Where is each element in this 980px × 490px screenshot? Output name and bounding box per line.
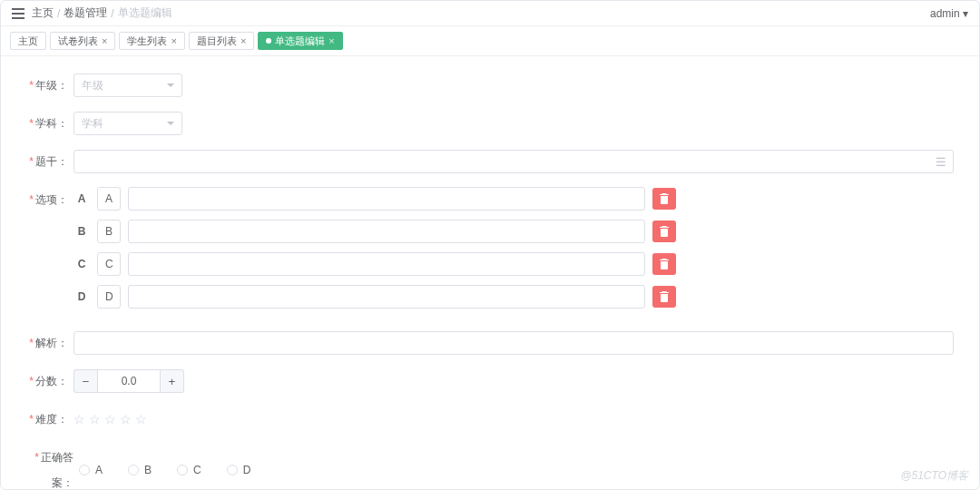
option-prefix-input[interactable] xyxy=(97,187,121,211)
tabs-bar: 主页 试卷列表× 学生列表× 题目列表× 单选题编辑× xyxy=(1,26,979,56)
option-key: C xyxy=(74,258,90,270)
radio-icon xyxy=(227,465,238,475)
answer-radio[interactable]: D xyxy=(227,464,251,476)
grade-label: *年级： xyxy=(19,73,74,98)
option-prefix-input[interactable] xyxy=(97,285,121,309)
radio-icon xyxy=(79,465,90,475)
star-icon[interactable]: ☆ xyxy=(120,412,132,426)
difficulty-rate[interactable]: ☆ ☆ ☆ ☆ ☆ xyxy=(74,412,147,426)
answer-radio-group: A B C D xyxy=(79,464,250,476)
options-list: A B C D xyxy=(74,187,709,318)
radio-label: B xyxy=(144,464,152,476)
answer-radio[interactable]: C xyxy=(177,464,201,476)
trash-icon xyxy=(660,259,669,270)
tab-label: 主页 xyxy=(18,34,38,48)
stem-label: *题干： xyxy=(19,149,74,174)
answer-label: *正确答案： xyxy=(19,445,79,490)
close-icon[interactable]: × xyxy=(102,35,107,46)
score-input[interactable] xyxy=(97,369,161,393)
breadcrumb-home[interactable]: 主页 xyxy=(32,5,54,21)
subject-label: *学科： xyxy=(19,111,74,136)
answer-radio[interactable]: A xyxy=(79,464,103,476)
options-label: *选项： xyxy=(19,187,74,212)
option-key: B xyxy=(74,225,90,238)
chevron-down-icon: ▾ xyxy=(963,7,968,20)
breadcrumb-section[interactable]: 卷题管理 xyxy=(64,5,107,21)
select-placeholder: 年级 xyxy=(82,78,103,93)
breadcrumb-sep: / xyxy=(111,7,113,20)
trash-icon xyxy=(660,193,669,204)
option-content-input[interactable] xyxy=(128,187,645,211)
breadcrumb: 主页 / 卷题管理 / 单选题编辑 xyxy=(32,5,172,21)
subject-select[interactable]: 学科 xyxy=(74,112,182,135)
user-menu[interactable]: admin ▾ xyxy=(930,7,968,20)
star-icon[interactable]: ☆ xyxy=(135,412,147,426)
option-row: B xyxy=(74,220,709,243)
radio-label: A xyxy=(95,464,103,476)
analysis-input[interactable] xyxy=(74,331,954,355)
radio-icon xyxy=(177,465,188,475)
delete-option-button[interactable] xyxy=(652,188,676,210)
tab-questions[interactable]: 题目列表× xyxy=(189,32,254,50)
star-icon[interactable]: ☆ xyxy=(89,412,101,426)
difficulty-label: *难度： xyxy=(19,407,74,432)
radio-icon xyxy=(128,465,139,475)
tab-papers[interactable]: 试卷列表× xyxy=(50,32,115,50)
tab-home[interactable]: 主页 xyxy=(10,32,46,50)
option-row: D xyxy=(74,285,709,309)
menu-toggle-icon[interactable] xyxy=(12,8,24,19)
answer-radio[interactable]: B xyxy=(128,464,152,476)
score-stepper: − + xyxy=(74,369,184,393)
chevron-down-icon xyxy=(167,83,174,91)
tab-students[interactable]: 学生列表× xyxy=(119,32,184,50)
option-prefix-input[interactable] xyxy=(97,220,121,243)
stem-input[interactable] xyxy=(74,150,954,173)
active-dot-icon xyxy=(266,38,271,44)
option-key: D xyxy=(74,290,90,303)
breadcrumb-current: 单选题编辑 xyxy=(118,5,172,21)
close-icon[interactable]: × xyxy=(240,35,246,46)
tab-label: 学生列表 xyxy=(127,34,167,48)
radio-label: D xyxy=(243,464,251,476)
delete-option-button[interactable] xyxy=(652,286,676,308)
increase-button[interactable]: + xyxy=(161,369,184,393)
option-content-input[interactable] xyxy=(128,285,645,309)
tab-label: 单选题编辑 xyxy=(275,34,325,48)
chevron-down-icon xyxy=(167,122,174,129)
option-key: A xyxy=(74,192,90,205)
option-content-input[interactable] xyxy=(128,252,645,276)
tab-label: 题目列表 xyxy=(197,34,237,48)
trash-icon xyxy=(660,226,669,237)
option-content-input[interactable] xyxy=(128,220,645,243)
user-name: admin xyxy=(930,7,960,20)
header: 主页 / 卷题管理 / 单选题编辑 admin ▾ xyxy=(1,1,979,26)
radio-label: C xyxy=(193,464,201,476)
option-row: C xyxy=(74,252,709,276)
option-row: A xyxy=(74,187,709,211)
close-icon[interactable]: × xyxy=(328,35,334,46)
question-form: *年级： 年级 *学科： 学科 *题干： ☰ *选项： A xyxy=(1,56,979,490)
delete-option-button[interactable] xyxy=(652,253,676,275)
delete-option-button[interactable] xyxy=(652,220,676,242)
tab-edit-single[interactable]: 单选题编辑× xyxy=(258,32,342,50)
breadcrumb-sep: / xyxy=(57,7,60,20)
select-placeholder: 学科 xyxy=(82,116,103,132)
option-prefix-input[interactable] xyxy=(97,252,121,276)
grade-select[interactable]: 年级 xyxy=(74,74,182,97)
trash-icon xyxy=(660,291,669,302)
star-icon[interactable]: ☆ xyxy=(104,412,116,426)
close-icon[interactable]: × xyxy=(171,35,176,46)
score-label: *分数： xyxy=(19,368,74,394)
star-icon[interactable]: ☆ xyxy=(74,412,85,426)
analysis-label: *解析： xyxy=(19,330,74,356)
list-icon[interactable]: ☰ xyxy=(936,155,946,169)
tab-label: 试卷列表 xyxy=(58,34,98,48)
decrease-button[interactable]: − xyxy=(74,369,97,393)
